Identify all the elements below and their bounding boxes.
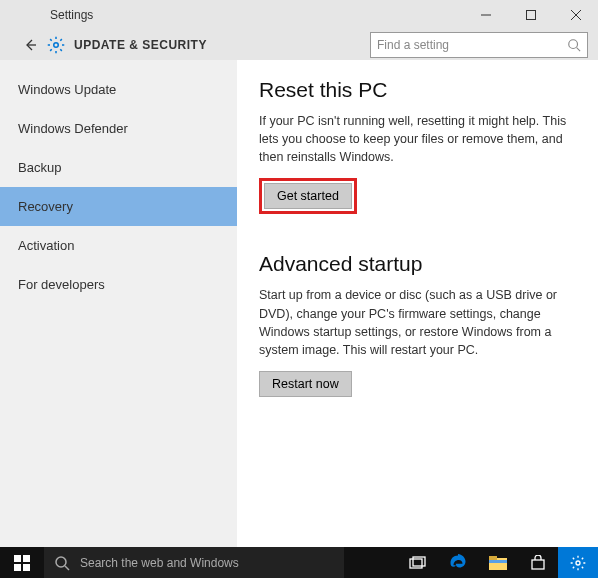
- restart-now-button[interactable]: Restart now: [259, 371, 352, 397]
- start-button[interactable]: [0, 547, 44, 578]
- sidebar: Windows Update Windows Defender Backup R…: [0, 60, 237, 547]
- svg-point-12: [56, 557, 66, 567]
- reset-body: If your PC isn't running well, resetting…: [259, 112, 586, 166]
- close-button[interactable]: [553, 0, 598, 30]
- highlight-annotation: Get started: [259, 178, 357, 214]
- advanced-body: Start up from a device or disc (such as …: [259, 286, 586, 359]
- window-title: Settings: [50, 8, 463, 22]
- sidebar-item-for-developers[interactable]: For developers: [0, 265, 237, 304]
- svg-point-20: [576, 561, 580, 565]
- sidebar-item-activation[interactable]: Activation: [0, 226, 237, 265]
- svg-line-13: [65, 566, 69, 570]
- svg-rect-19: [532, 560, 544, 569]
- svg-rect-1: [526, 11, 535, 20]
- sidebar-item-windows-update[interactable]: Windows Update: [0, 70, 237, 109]
- cortana-placeholder: Search the web and Windows: [80, 556, 239, 570]
- advanced-section: Advanced startup Start up from a device …: [259, 252, 586, 397]
- task-view-button[interactable]: [398, 547, 438, 578]
- cortana-search[interactable]: Search the web and Windows: [44, 547, 344, 578]
- edge-icon[interactable]: [438, 547, 478, 578]
- header: UPDATE & SECURITY: [0, 30, 598, 60]
- svg-rect-18: [489, 560, 507, 563]
- content: Reset this PC If your PC isn't running w…: [237, 60, 598, 547]
- gear-icon: [46, 35, 66, 55]
- advanced-title: Advanced startup: [259, 252, 586, 276]
- minimize-button[interactable]: [463, 0, 508, 30]
- svg-line-7: [577, 48, 581, 52]
- sidebar-item-recovery[interactable]: Recovery: [0, 187, 237, 226]
- sidebar-item-backup[interactable]: Backup: [0, 148, 237, 187]
- settings-taskbar-icon[interactable]: [558, 547, 598, 578]
- svg-rect-17: [489, 556, 497, 560]
- search-box[interactable]: [370, 32, 588, 58]
- svg-rect-14: [410, 559, 422, 568]
- reset-section: Reset this PC If your PC isn't running w…: [259, 78, 586, 214]
- file-explorer-icon[interactable]: [478, 547, 518, 578]
- sidebar-item-windows-defender[interactable]: Windows Defender: [0, 109, 237, 148]
- svg-point-5: [54, 43, 59, 48]
- reset-title: Reset this PC: [259, 78, 586, 102]
- titlebar: Settings: [0, 0, 598, 30]
- svg-rect-8: [14, 555, 21, 562]
- search-input[interactable]: [377, 38, 567, 52]
- search-icon: [54, 555, 70, 571]
- search-icon: [567, 38, 581, 52]
- taskbar: Search the web and Windows: [0, 547, 598, 578]
- maximize-button[interactable]: [508, 0, 553, 30]
- store-icon[interactable]: [518, 547, 558, 578]
- svg-rect-11: [23, 564, 30, 571]
- svg-rect-9: [23, 555, 30, 562]
- svg-rect-15: [413, 557, 425, 566]
- get-started-button[interactable]: Get started: [264, 183, 352, 209]
- page-title: UPDATE & SECURITY: [74, 38, 207, 52]
- back-button[interactable]: [18, 33, 42, 57]
- svg-rect-10: [14, 564, 21, 571]
- svg-point-6: [569, 40, 578, 49]
